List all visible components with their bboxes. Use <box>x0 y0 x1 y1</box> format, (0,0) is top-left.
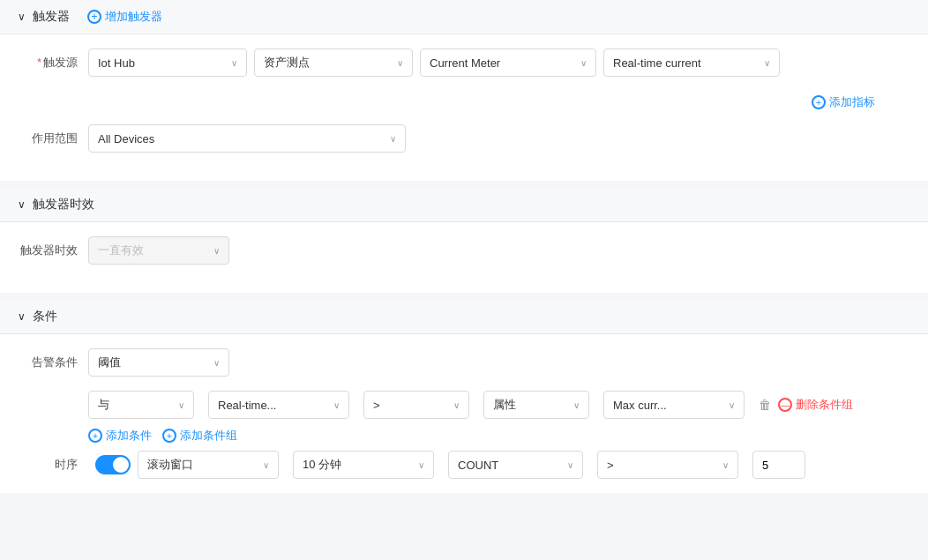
condition-title: 条件 <box>33 309 57 325</box>
condition-field5-wrapper: Max curr... ∨ <box>603 391 745 419</box>
condition-field2-wrapper: Real-time... ∨ <box>208 391 349 419</box>
scope-select-wrapper: All Devices ∨ <box>88 124 406 153</box>
duration-wrapper: 10 分钟 ∨ <box>293 451 434 479</box>
window-type-wrapper: 滚动窗口 ∨ <box>138 451 279 479</box>
condition-field4-value: 属性 <box>493 397 516 413</box>
count-wrapper: COUNT ∨ <box>448 451 583 479</box>
add-condition-group-button[interactable]: + 添加条件组 <box>162 428 237 444</box>
count-value: COUNT <box>458 459 498 472</box>
condition-field1-chevron: ∨ <box>178 400 184 410</box>
effect-select[interactable]: 一直有效 ∨ <box>88 236 229 265</box>
operator-wrapper: > ∨ <box>597 451 738 479</box>
effect-chevron: ∨ <box>213 246 220 256</box>
condition-field5-chevron: ∨ <box>729 400 735 410</box>
alarm-value: 阈值 <box>98 355 121 370</box>
add-indicator-button[interactable]: + 添加指标 <box>812 91 910 114</box>
time-sequence-row: 时序 滚动窗口 ∨ 10 分钟 ∨ COUNT <box>18 451 910 479</box>
condition-field3-value: > <box>373 399 380 412</box>
source-iot-hub-select[interactable]: Iot Hub ∨ <box>88 49 247 77</box>
condition-field1-value: 与 <box>98 397 109 413</box>
condition-field4-wrapper: 属性 ∨ <box>483 391 589 419</box>
alarm-condition-row: 告警条件 阈值 ∨ <box>18 348 910 377</box>
time-toggle[interactable] <box>95 455 131 474</box>
alarm-chevron: ∨ <box>213 358 220 368</box>
operator-value: > <box>607 459 614 472</box>
source-iot-hub-wrapper: Iot Hub ∨ <box>88 49 247 77</box>
trigger-effect-body: 触发器时效 一直有效 ∨ <box>0 222 928 293</box>
source-meter-chevron: ∨ <box>580 58 587 68</box>
condition-section: ∨ 条件 告警条件 阈值 ∨ 与 ∨ <box>0 300 928 493</box>
source-iot-hub-value: Iot Hub <box>98 56 135 70</box>
delete-condition-group-button[interactable]: — 删除条件组 <box>778 397 853 413</box>
window-type-select[interactable]: 滚动窗口 ∨ <box>138 451 279 479</box>
condition-collapse-icon[interactable]: ∨ <box>18 310 26 323</box>
trigger-section: ∨ 触发器 + 增加触发器 *触发源 Iot Hub ∨ <box>0 0 928 181</box>
condition-field4-select[interactable]: 属性 ∨ <box>483 391 589 419</box>
add-condition-group-plus-icon: + <box>162 429 176 443</box>
condition-field1-select[interactable]: 与 ∨ <box>88 391 194 419</box>
trigger-effect-header: ∨ 触发器时效 <box>0 188 928 222</box>
trash-icon[interactable]: 🗑 <box>759 398 771 412</box>
effect-select-wrapper: 一直有效 ∨ <box>88 236 229 265</box>
add-trigger-label: 增加触发器 <box>105 9 162 25</box>
scope-value: All Devices <box>98 132 154 146</box>
add-indicator-plus-icon: + <box>812 95 826 109</box>
trigger-effect-row: 触发器时效 一直有效 ∨ <box>18 236 910 265</box>
condition-field2-value: Real-time... <box>218 399 276 412</box>
operator-chevron: ∨ <box>722 460 729 470</box>
add-condition-group-label: 添加条件组 <box>180 428 237 444</box>
effect-collapse-icon[interactable]: ∨ <box>18 198 26 211</box>
source-realtime-value: Real-time current <box>613 56 701 70</box>
condition-field3-wrapper: > ∨ <box>363 391 469 419</box>
alarm-condition-label: 告警条件 <box>18 355 88 370</box>
source-meter-select[interactable]: Current Meter ∨ <box>420 49 596 77</box>
add-condition-label: 添加条件 <box>106 428 152 444</box>
add-trigger-plus-icon: + <box>87 10 101 24</box>
page-container: ∨ 触发器 + 增加触发器 *触发源 Iot Hub ∨ <box>0 0 928 560</box>
condition-field4-chevron: ∨ <box>573 400 580 410</box>
count-chevron: ∨ <box>567 460 573 470</box>
required-star: * <box>37 56 41 69</box>
trigger-section-title: 触发器 <box>33 9 70 25</box>
source-asset-select[interactable]: 资产测点 ∨ <box>254 49 413 77</box>
delete-group-label: 删除条件组 <box>796 397 853 413</box>
duration-value: 10 分钟 <box>303 457 341 473</box>
condition-field2-chevron: ∨ <box>333 400 340 410</box>
source-realtime-wrapper: Real-time current ∨ <box>603 49 780 77</box>
trigger-section-body: *触发源 Iot Hub ∨ 资产测点 ∨ Current M <box>0 34 928 181</box>
trigger-effect-title: 触发器时效 <box>33 197 94 213</box>
add-trigger-button[interactable]: + 增加触发器 <box>87 9 162 25</box>
time-sequence-label: 时序 <box>18 457 88 473</box>
window-type-chevron: ∨ <box>263 460 269 470</box>
trigger-effect-section: ∨ 触发器时效 触发器时效 一直有效 ∨ <box>0 188 928 293</box>
scope-chevron: ∨ <box>390 134 396 144</box>
scope-select[interactable]: All Devices ∨ <box>88 124 406 153</box>
source-meter-value: Current Meter <box>430 56 500 70</box>
time-value-input[interactable] <box>752 451 805 479</box>
source-asset-chevron: ∨ <box>397 58 403 68</box>
condition-fields-row: 与 ∨ Real-time... ∨ > ∨ <box>88 391 910 419</box>
duration-select[interactable]: 10 分钟 ∨ <box>293 451 434 479</box>
add-condition-button[interactable]: + 添加条件 <box>88 428 152 444</box>
alarm-select[interactable]: 阈值 ∨ <box>88 348 229 377</box>
source-asset-value: 资产测点 <box>264 55 310 71</box>
trigger-scope-label: 作用范围 <box>18 131 88 146</box>
source-realtime-chevron: ∨ <box>764 58 770 68</box>
window-type-value: 滚动窗口 <box>147 457 193 473</box>
trigger-section-header: ∨ 触发器 + 增加触发器 <box>0 0 928 34</box>
trigger-scope-row: 作用范围 All Devices ∨ <box>18 124 910 153</box>
operator-select[interactable]: > ∨ <box>597 451 738 479</box>
condition-field2-select[interactable]: Real-time... ∨ <box>208 391 349 419</box>
count-select[interactable]: COUNT ∨ <box>448 451 583 479</box>
source-meter-wrapper: Current Meter ∨ <box>420 49 596 77</box>
source-realtime-select[interactable]: Real-time current ∨ <box>603 49 780 77</box>
trigger-collapse-icon[interactable]: ∨ <box>18 11 26 23</box>
condition-field1-wrapper: 与 ∨ <box>88 391 194 419</box>
condition-field5-select[interactable]: Max curr... ∨ <box>603 391 745 419</box>
condition-field3-select[interactable]: > ∨ <box>363 391 469 419</box>
add-condition-plus-icon: + <box>88 429 102 443</box>
source-asset-wrapper: 资产测点 ∨ <box>254 49 413 77</box>
alarm-select-wrapper: 阈值 ∨ <box>88 348 229 377</box>
add-indicator-label: 添加指标 <box>829 94 875 110</box>
condition-field5-value: Max curr... <box>613 399 667 412</box>
